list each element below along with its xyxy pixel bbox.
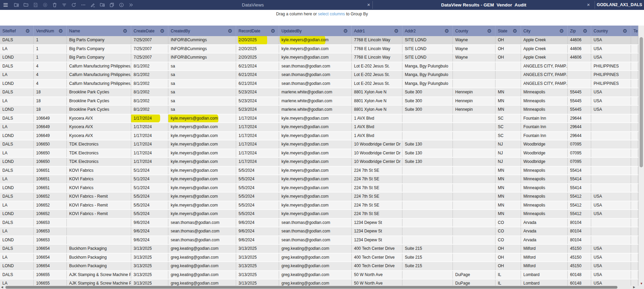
scroll-left-arrow-icon[interactable]: ◀ (1, 286, 3, 289)
close-dataviews-icon[interactable]: × (365, 0, 372, 10)
cell-country: USA (591, 254, 631, 262)
table-row[interactable]: LA106654Buckhorn Packaging3/13/2025greg.… (0, 254, 638, 262)
cell-vendnum: 18 (34, 88, 67, 96)
gear-icon[interactable]: ⚙ (487, 28, 494, 33)
table-row[interactable]: DALS106651KOVI Fabrics5/1/2024kyle.meyer… (0, 167, 638, 176)
column-header-addr1[interactable]: Addr1⚙ (352, 26, 402, 36)
column-header-createdate[interactable]: CreateDate⚙ (131, 26, 168, 36)
record-icon[interactable] (42, 2, 48, 8)
table-row[interactable]: DALS18Brookline Park Cycles8/1/2002sa5/2… (0, 88, 638, 97)
cell-state: NJ (495, 140, 521, 149)
gear-icon[interactable]: ⚙ (160, 28, 167, 33)
column-header-recorddate[interactable]: RecordDate⚙ (236, 26, 279, 36)
horizontal-scrollbar-thumb[interactable] (5, 286, 617, 289)
table-row[interactable]: LA18Brookline Park Cycles8/1/2002sa5/23/… (0, 97, 638, 106)
folder-export-icon[interactable] (13, 2, 20, 8)
column-header-country[interactable]: Country⚙ (591, 26, 631, 36)
gear-icon[interactable]: ⚙ (123, 28, 129, 33)
save-icon[interactable] (32, 2, 39, 8)
cell-recorddate: 1/17/2024 (236, 149, 279, 157)
table-row[interactable]: LOND4Calfurn Manufacturing Philippines, … (0, 80, 638, 89)
cell-createdby: sa (168, 97, 236, 105)
table-row[interactable]: LOND106650TDK Electronics1/17/2024kyle.m… (0, 158, 638, 167)
filter-icon[interactable] (61, 2, 67, 8)
gear-icon[interactable]: ⚙ (228, 28, 234, 33)
cell-county (453, 245, 495, 253)
cell-createdby: kyle.meyers@godlan.com (168, 175, 236, 183)
table-row[interactable]: DALS4Calfurn Manufacturing Philippines, … (0, 62, 638, 71)
more-icon[interactable] (80, 2, 87, 8)
table-row[interactable]: LOND106652KOVI Fabrics - Remit5/5/2024ky… (0, 210, 638, 219)
horizontal-scrollbar[interactable]: ◀ ▶ (0, 286, 644, 289)
table-row[interactable]: LA106650TDK Electronics1/17/2024kyle.mey… (0, 149, 638, 158)
cell-city: Arvada (521, 227, 568, 235)
select-columns-link[interactable]: select columns (318, 12, 345, 16)
copy-icon[interactable] (109, 2, 115, 8)
menu-icon[interactable] (2, 2, 9, 8)
cell-updatedby: sean.thomas@godlan.com (279, 219, 352, 227)
table-row[interactable]: LOND18Brookline Park Cycles8/1/2002sa5/2… (0, 106, 638, 115)
cell-zip: 55445 (568, 88, 591, 96)
gear-icon[interactable]: ⚙ (513, 28, 519, 33)
table-row[interactable]: LOND106654Buckhorn Packaging3/13/2025gre… (0, 262, 638, 271)
gear-icon[interactable]: ⚙ (583, 28, 589, 33)
edit-icon[interactable] (90, 2, 96, 8)
table-row[interactable]: LOND106651KOVI Fabrics5/1/2024kyle.meyer… (0, 184, 638, 193)
refresh-icon[interactable] (71, 2, 77, 8)
table-row[interactable]: LOND106649Kyocera AVX1/17/2024kyle.meyer… (0, 132, 638, 141)
column-header-addr2[interactable]: Addr2⚙ (402, 26, 453, 36)
table-row[interactable]: DALS1Big Parts Company7/25/2007INFOR\BCu… (0, 36, 638, 45)
column-header-createdby[interactable]: CreatedBy⚙ (168, 26, 236, 36)
table-row[interactable]: DALS106655AJK Stamping & Screw Machine P… (0, 271, 638, 280)
table-row[interactable]: LA106649Kyocera AVX1/17/2024kyle.meyers@… (0, 123, 638, 132)
cell-tele (631, 210, 638, 218)
table-row[interactable]: LA1Big Parts Company7/25/2007INFOR\BCumm… (0, 45, 638, 54)
gear-icon[interactable]: ⚙ (559, 28, 566, 33)
cell-addr2: Suite 300 (402, 97, 453, 105)
cell-addr2 (402, 175, 453, 183)
cell-addr2 (402, 227, 453, 235)
column-header-siteref[interactable]: SiteRef⚙ (0, 26, 34, 36)
cell-tele (631, 71, 638, 79)
folder-open-icon[interactable] (23, 2, 29, 8)
cell-tele (631, 193, 638, 201)
column-header-updatedby[interactable]: UpdatedBy⚙ (279, 26, 352, 36)
cell-updatedby: sean.thomas@godlan.com (279, 236, 352, 244)
scroll-right-arrow-icon[interactable]: ▶ (633, 286, 635, 289)
column-header-city[interactable]: City⚙ (521, 26, 568, 36)
gear-icon[interactable]: ⚙ (26, 28, 32, 33)
table-row[interactable]: LA4Calfurn Manufacturing Philippines, ..… (0, 71, 638, 80)
gear-icon[interactable]: ⚙ (343, 28, 350, 33)
gear-icon[interactable]: ⚙ (394, 28, 401, 33)
table-row[interactable]: DALS1066539/6/2024sean.thomas@godlan.com… (0, 219, 638, 228)
column-header-name[interactable]: Name⚙ (67, 26, 131, 36)
close-results-icon[interactable]: × (585, 0, 592, 10)
column-header-county[interactable]: County⚙ (453, 26, 495, 36)
chevrons-right-icon[interactable] (128, 2, 134, 8)
table-row[interactable]: DALS106650TDK Electronics1/17/2024kyle.m… (0, 140, 638, 149)
gear-icon[interactable]: ⚙ (271, 28, 277, 33)
table-row[interactable]: LA106651KOVI Fabrics5/1/2024kyle.meyers@… (0, 175, 638, 184)
cell-state: MN (495, 184, 521, 192)
column-header-tele[interactable]: Tele (631, 26, 638, 36)
gear-icon[interactable]: ⚙ (59, 28, 65, 33)
table-row[interactable]: LOND1066539/6/2024sean.thomas@godlan.com… (0, 236, 638, 245)
scroll-down-arrow-icon[interactable]: ▼ (639, 282, 644, 286)
column-header-vendnum[interactable]: VendNum⚙ (34, 26, 67, 36)
cell-recorddate: 2/20/2025 (236, 54, 279, 62)
table-row[interactable]: LOND1Big Parts Company7/25/2007INFOR\BCu… (0, 54, 638, 62)
delete-icon[interactable] (51, 2, 58, 8)
table-row[interactable]: DALS106652KOVI Fabrics - Remit5/5/2024ky… (0, 193, 638, 201)
info-icon[interactable] (118, 2, 125, 8)
table-row[interactable]: DALS106654Buckhorn Packaging3/13/2025gre… (0, 245, 638, 254)
table-row[interactable]: DALS106649Kyocera AVX1/17/2024kyle.meyer… (0, 115, 638, 123)
column-header-state[interactable]: State⚙ (495, 26, 521, 36)
vertical-scrollbar-thumb[interactable] (640, 37, 643, 167)
gear-icon[interactable]: ⚙ (623, 28, 629, 33)
vertical-scrollbar[interactable]: ▼ (638, 26, 644, 286)
column-header-zip[interactable]: Zip⚙ (568, 26, 591, 36)
table-row[interactable]: LA1066539/6/2024sean.thomas@godlan.com9/… (0, 227, 638, 236)
gear-icon[interactable]: ⚙ (445, 28, 451, 33)
table-row[interactable]: LA106652KOVI Fabrics - Remit5/5/2024kyle… (0, 201, 638, 210)
folder-search-icon[interactable] (99, 2, 106, 8)
